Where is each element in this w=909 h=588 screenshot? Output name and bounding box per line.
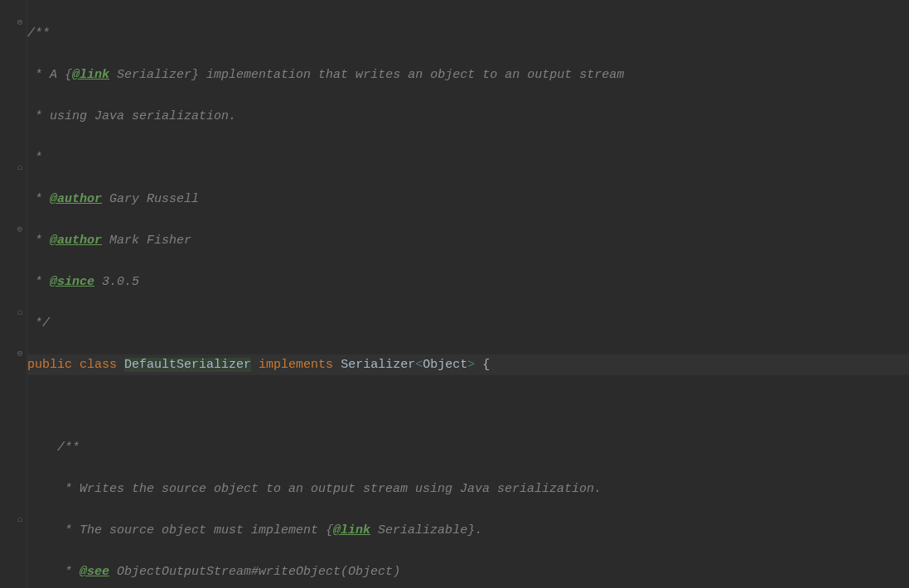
code-area[interactable]: /** * A {@link Serializer} implementatio… [27,0,909,588]
fold-marker[interactable]: ⊖ [15,224,25,234]
code-line[interactable] [27,396,909,417]
gutter: ⊖ ⌂ ⊖ ⌂ ⊖ ⌂ [0,0,27,588]
code-line[interactable]: * @see ObjectOutputStream#writeObject(Ob… [27,561,909,582]
code-line[interactable]: * @author Mark Fisher [27,230,909,251]
code-line[interactable]: * [27,147,909,168]
fold-marker[interactable]: ⊖ [15,349,25,359]
code-line[interactable]: */ [27,313,909,334]
code-line[interactable]: * using Java serialization. [27,106,909,127]
fold-end-marker[interactable]: ⌂ [15,307,25,317]
code-line[interactable]: * Writes the source object to an output … [27,479,909,499]
code-editor[interactable]: ⊖ ⌂ ⊖ ⌂ ⊖ ⌂ /** * A {@link Serializer} i… [0,0,909,588]
fold-marker[interactable]: ⊖ [15,17,25,27]
code-line[interactable]: * @author Gary Russell [27,189,909,210]
code-line[interactable]: /** [27,437,909,458]
code-line[interactable]: * A {@link Serializer} implementation th… [27,65,909,85]
fold-end-marker[interactable]: ⌂ [15,514,25,524]
code-line-highlighted[interactable]: public class DefaultSerializer implement… [27,354,909,375]
code-line[interactable]: * @since 3.0.5 [27,272,909,292]
fold-end-marker[interactable]: ⌂ [15,162,25,172]
code-line[interactable]: /** [27,23,909,44]
code-line[interactable]: * The source object must implement {@lin… [27,520,909,541]
